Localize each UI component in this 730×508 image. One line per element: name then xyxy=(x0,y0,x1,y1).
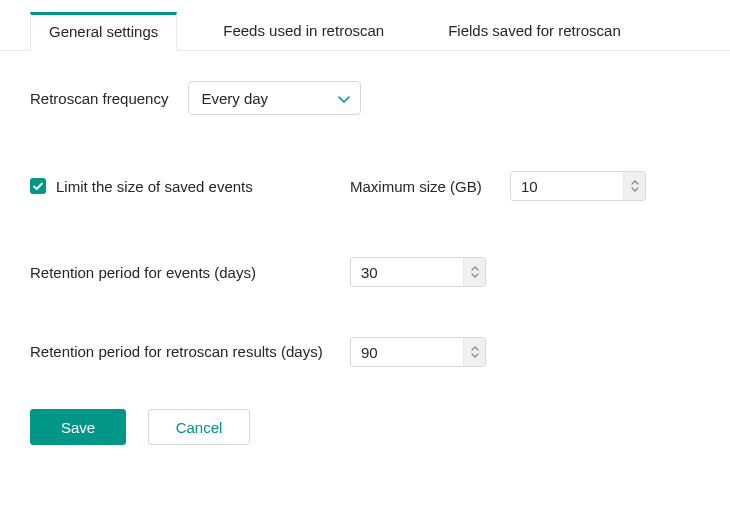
retention-results-input[interactable]: 90 xyxy=(350,337,486,367)
stepper-icon[interactable] xyxy=(623,172,645,200)
max-size-input[interactable]: 10 xyxy=(510,171,646,201)
retention-results-value: 90 xyxy=(351,344,463,361)
tab-feeds[interactable]: Feeds used in retroscan xyxy=(205,12,402,51)
cancel-button[interactable]: Cancel xyxy=(148,409,250,445)
max-size-value: 10 xyxy=(511,178,623,195)
row-retention-results: Retention period for retroscan results (… xyxy=(30,337,700,367)
save-button[interactable]: Save xyxy=(30,409,126,445)
retention-events-input[interactable]: 30 xyxy=(350,257,486,287)
frequency-label: Retroscan frequency xyxy=(30,90,168,107)
retention-events-label: Retention period for events (days) xyxy=(30,264,256,281)
limit-size-checkbox[interactable] xyxy=(30,178,46,194)
limit-size-label: Limit the size of saved events xyxy=(56,178,253,195)
stepper-icon[interactable] xyxy=(463,338,485,366)
chevron-down-icon xyxy=(338,90,350,107)
frequency-select[interactable]: Every day xyxy=(188,81,361,115)
row-limit-size: Limit the size of saved events Maximum s… xyxy=(30,171,700,201)
tab-fields[interactable]: Fields saved for retroscan xyxy=(430,12,639,51)
frequency-value: Every day xyxy=(201,90,268,107)
retention-events-value: 30 xyxy=(351,264,463,281)
row-retention-events: Retention period for events (days) 30 xyxy=(30,257,700,287)
general-settings-panel: Retroscan frequency Every day Limit the … xyxy=(0,51,730,465)
tab-general[interactable]: General settings xyxy=(30,12,177,51)
max-size-label: Maximum size (GB) xyxy=(350,178,482,195)
tab-bar: General settings Feeds used in retroscan… xyxy=(0,0,730,51)
retention-results-label: Retention period for retroscan results (… xyxy=(30,342,323,362)
action-buttons: Save Cancel xyxy=(30,409,700,445)
row-frequency: Retroscan frequency Every day xyxy=(30,81,700,115)
stepper-icon[interactable] xyxy=(463,258,485,286)
